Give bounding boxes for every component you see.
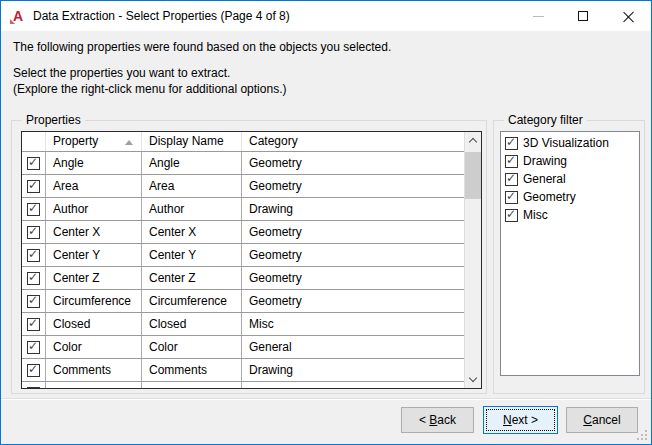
checkmark-icon: ✓	[28, 225, 38, 238]
cell-category: Drawing	[242, 359, 464, 381]
table-row[interactable]: ✓Center ZCenter ZGeometry	[22, 267, 464, 290]
cancel-label-suffix: ancel	[592, 413, 621, 427]
cell-display-name: Comments	[142, 359, 242, 381]
checkbox-icon[interactable]: ✓	[27, 364, 40, 377]
cell-property: Center X	[46, 221, 142, 243]
category-filter-item-label: 3D Visualization	[523, 134, 609, 152]
checkmark-icon: ✓	[28, 202, 38, 215]
table-row[interactable]: ✓AngleAngleGeometry	[22, 152, 464, 175]
header-display-name[interactable]: Display Name	[142, 132, 242, 151]
checkbox-icon[interactable]: ✓	[27, 157, 40, 170]
checkbox-icon[interactable]: ✓	[505, 191, 518, 204]
checkmark-icon: ✓	[28, 271, 38, 284]
cell-display-name: Circumference	[142, 290, 242, 312]
checkbox-icon[interactable]: ✓	[27, 318, 40, 331]
maximize-button[interactable]	[561, 1, 606, 31]
scroll-down-button[interactable]	[465, 371, 482, 388]
properties-table-header: Property Display Name Category	[22, 132, 481, 152]
cell-category: Geometry	[242, 267, 464, 289]
checkmark-icon: ✓	[28, 179, 38, 192]
next-label-suffix: ext >	[512, 413, 538, 427]
cell-property: Center Y	[46, 244, 142, 266]
cell-display-name: Author	[142, 198, 242, 220]
chevron-down-icon	[469, 374, 477, 382]
checkbox-icon[interactable]: ✓	[27, 226, 40, 239]
cell-property: Author	[46, 198, 142, 220]
cell-property: Area	[46, 175, 142, 197]
checkmark-icon: ✓	[28, 386, 38, 389]
cell-display-name: Center X	[142, 221, 242, 243]
table-row[interactable]: ✓ClosedClosedMisc	[22, 313, 464, 336]
category-filter-item[interactable]: ✓General	[505, 170, 639, 188]
scrollbar-thumb[interactable]	[465, 152, 482, 199]
checkbox-icon[interactable]: ✓	[505, 209, 518, 222]
checkmark-icon: ✓	[28, 317, 38, 330]
category-filter-list: ✓3D Visualization✓Drawing✓General✓Geomet…	[500, 131, 640, 376]
checkbox-icon[interactable]: ✓	[27, 272, 40, 285]
category-filter-item[interactable]: ✓Geometry	[505, 188, 639, 206]
maximize-icon	[578, 11, 588, 21]
close-button[interactable]	[606, 1, 651, 31]
chevron-up-icon	[469, 138, 477, 146]
checkbox-icon[interactable]: ✓	[27, 341, 40, 354]
cell-category: Misc	[242, 313, 464, 335]
row-checkbox-cell: ✓	[22, 336, 46, 358]
header-property[interactable]: Property	[46, 132, 142, 151]
header-checkbox-column[interactable]	[22, 132, 46, 151]
minimize-button[interactable]	[516, 1, 561, 31]
row-checkbox-cell: ✓	[22, 221, 46, 243]
category-filter-item[interactable]: ✓Drawing	[505, 152, 639, 170]
checkbox-icon[interactable]: ✓	[27, 387, 40, 389]
checkbox-icon[interactable]: ✓	[27, 249, 40, 262]
header-display-name-label: Display Name	[149, 134, 224, 148]
checkmark-icon: ✓	[506, 172, 516, 185]
checkmark-icon: ✓	[506, 154, 516, 167]
checkmark-icon: ✓	[28, 340, 38, 353]
autocad-logo-icon: A	[10, 8, 26, 24]
table-row[interactable]: ✓ColorColorGeneral	[22, 336, 464, 359]
checkmark-icon: ✓	[506, 190, 516, 203]
checkbox-icon[interactable]: ✓	[505, 155, 518, 168]
checkbox-icon[interactable]: ✓	[27, 203, 40, 216]
properties-table-body: ✓AngleAngleGeometry✓AreaAreaGeometry✓Aut…	[22, 152, 464, 388]
vertical-scrollbar[interactable]	[464, 132, 481, 388]
checkbox-icon[interactable]: ✓	[505, 137, 518, 150]
category-filter-item[interactable]: ✓3D Visualization	[505, 134, 639, 152]
back-button[interactable]: < Back	[401, 407, 474, 433]
table-row[interactable]: ✓CommentsCommentsDrawing	[22, 359, 464, 382]
checkbox-icon[interactable]: ✓	[505, 173, 518, 186]
next-button[interactable]: Next >	[483, 406, 558, 434]
row-checkbox-cell: ✓	[22, 244, 46, 266]
instruction-line-1: The following properties were found base…	[13, 40, 391, 54]
cell-display-name: Closed	[142, 313, 242, 335]
minimize-icon	[533, 16, 544, 17]
cell-property: Center Z	[46, 267, 142, 289]
table-row[interactable]: ✓AuthorAuthorDrawing	[22, 198, 464, 221]
cell-category: Geometry	[242, 244, 464, 266]
category-filter-item-label: Drawing	[523, 152, 567, 170]
category-filter-item[interactable]: ✓Misc	[505, 206, 639, 224]
cell-property: Color	[46, 336, 142, 358]
category-filter-item-label: General	[523, 170, 566, 188]
table-row[interactable]: ✓AreaAreaGeometry	[22, 175, 464, 198]
cell-category: Geometry	[242, 382, 464, 388]
instruction-line-2: Select the properties you want to extrac…	[13, 66, 230, 80]
instruction-line-3: (Explore the right-click menu for additi…	[13, 82, 286, 96]
category-filter-groupbox: Category filter ✓3D Visualization✓Drawin…	[493, 120, 645, 394]
table-row[interactable]: ✓Center YCenter YGeometry	[22, 244, 464, 267]
table-row[interactable]: ✓Center XCenter XGeometry	[22, 221, 464, 244]
titlebar: A Data Extraction - Select Properties (P…	[1, 1, 651, 31]
checkbox-icon[interactable]: ✓	[27, 295, 40, 308]
header-category[interactable]: Category	[242, 132, 481, 151]
checkbox-icon[interactable]: ✓	[27, 180, 40, 193]
row-checkbox-cell: ✓	[22, 267, 46, 289]
cell-category: General	[242, 336, 464, 358]
table-row[interactable]: ✓Delta XDelta XGeometry	[22, 382, 464, 388]
cancel-button[interactable]: Cancel	[566, 407, 638, 433]
header-property-label: Property	[53, 134, 98, 148]
scroll-up-button[interactable]	[465, 132, 482, 149]
cell-category: Geometry	[242, 290, 464, 312]
category-filter-label: Category filter	[504, 113, 587, 127]
resize-grip[interactable]	[637, 430, 647, 440]
table-row[interactable]: ✓CircumferenceCircumferenceGeometry	[22, 290, 464, 313]
